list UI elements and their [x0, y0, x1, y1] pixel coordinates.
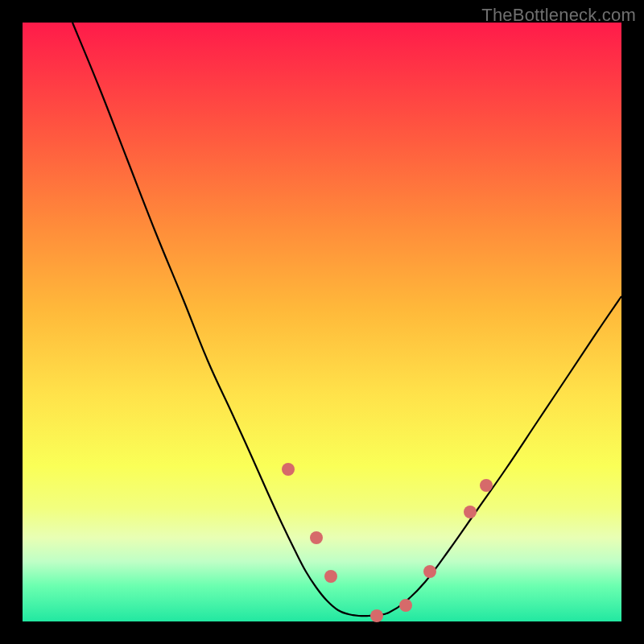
marker-pill	[295, 483, 301, 496]
marker-dot	[399, 599, 412, 612]
marker-dot	[423, 565, 436, 578]
marker-dot	[370, 609, 383, 622]
marker-pill	[304, 504, 312, 523]
curve-plot	[23, 23, 621, 621]
marker-dot	[464, 506, 477, 518]
marker-dot	[324, 570, 337, 583]
marker-pill	[320, 547, 327, 564]
marker-pill	[454, 522, 464, 536]
bottleneck-curve	[72, 23, 621, 616]
marker-dot	[310, 531, 323, 544]
marker-dot	[282, 463, 295, 476]
marker-dot	[480, 479, 493, 492]
curve-markers	[282, 463, 493, 622]
marker-pill	[343, 605, 354, 613]
marker-pill	[335, 586, 340, 599]
